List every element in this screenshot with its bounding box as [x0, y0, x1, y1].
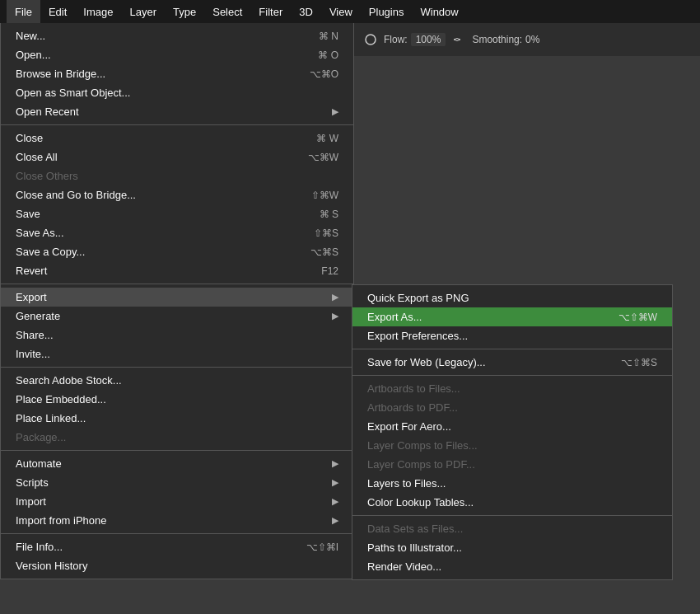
svg-point-0 [366, 35, 376, 45]
menu-item-automate[interactable]: Automate ▶ [1, 454, 353, 473]
menu-item-browse-bridge[interactable]: Browse in Bridge... ⌥⌘O [1, 64, 353, 83]
submenu-item-layers-files[interactable]: Layers to Files... [352, 474, 672, 493]
toolbar-flow: Flow: 100% [384, 33, 446, 46]
menu-item-import-iphone-label: Import from iPhone [16, 514, 107, 527]
menu-item-new-shortcut: ⌘ N [319, 30, 338, 42]
menu-item-version-history[interactable]: Version History [1, 556, 353, 575]
submenu-item-save-web[interactable]: Save for Web (Legacy)... ⌥⇧⌘S [352, 353, 672, 372]
submenu-item-artboards-files: Artboards to Files... [352, 379, 672, 398]
menu-item-save-as-label: Save As... [16, 227, 64, 239]
menu-item-open-smart[interactable]: Open as Smart Object... [1, 83, 353, 102]
menubar-item-edit[interactable]: Edit [40, 0, 75, 23]
submenu-item-data-sets: Data Sets as Files... [352, 519, 672, 538]
menu-item-close-others: Close Others [1, 166, 353, 185]
menu-item-new[interactable]: New... ⌘ N [1, 26, 353, 45]
import-arrow-icon: ▶ [332, 496, 338, 507]
menubar-item-plugins[interactable]: Plugins [361, 0, 413, 23]
submenu-item-paths-illustrator-label: Paths to Illustrator... [367, 541, 462, 554]
menu-item-close-label: Close [16, 132, 43, 144]
menu-item-open[interactable]: Open... ⌘ O [1, 45, 353, 64]
menu-item-place-linked[interactable]: Place Linked... [1, 409, 353, 428]
menubar-item-filter[interactable]: Filter [250, 0, 291, 23]
menu-item-close-bridge-shortcut: ⇧⌘W [311, 190, 338, 201]
menubar-item-image[interactable]: Image [75, 0, 121, 23]
menu-item-save-copy-label: Save a Copy... [16, 246, 85, 258]
submenu-item-paths-illustrator[interactable]: Paths to Illustrator... [352, 538, 672, 557]
menu-item-automate-label: Automate [16, 457, 62, 470]
submenu-item-layer-comps-files-label: Layer Comps to Files... [367, 439, 478, 452]
smoothing-value: 0% [525, 34, 539, 45]
menu-item-save-label: Save [16, 208, 40, 220]
menu-item-search-stock[interactable]: Search Adobe Stock... [1, 371, 353, 390]
submenu-item-export-prefs[interactable]: Export Preferences... [352, 326, 672, 345]
menu-item-close-all[interactable]: Close All ⌥⌘W [1, 148, 353, 166]
menu-item-version-history-label: Version History [16, 560, 87, 572]
menu-item-open-shortcut: ⌘ O [318, 49, 338, 61]
menu-item-close-all-shortcut: ⌥⌘W [308, 152, 338, 163]
menubar-item-window[interactable]: Window [412, 0, 466, 23]
menu-item-export[interactable]: Export ▶ [1, 288, 353, 307]
flow-value[interactable]: 100% [411, 33, 446, 46]
menu-item-share-label: Share... [16, 329, 54, 341]
menu-item-browse-bridge-shortcut: ⌥⌘O [310, 68, 338, 80]
menu-item-revert[interactable]: Revert F12 [1, 261, 353, 280]
menu-item-save-as[interactable]: Save As... ⇧⌘S [1, 223, 353, 242]
menubar-item-3d[interactable]: 3D [291, 0, 321, 23]
menu-item-file-info[interactable]: File Info... ⌥⇧⌘I [1, 537, 353, 556]
menu-item-import-iphone[interactable]: Import from iPhone ▶ [1, 511, 353, 530]
toolbar-airbrush-icon [452, 33, 465, 46]
scripts-arrow-icon: ▶ [332, 477, 338, 488]
menu-item-place-embedded[interactable]: Place Embedded... [1, 390, 353, 409]
menu-item-close-bridge[interactable]: Close and Go to Bridge... ⇧⌘W [1, 185, 353, 204]
separator-4 [1, 450, 353, 451]
menu-item-scripts-label: Scripts [16, 476, 49, 489]
menubar-item-select[interactable]: Select [204, 0, 250, 23]
menu-item-scripts[interactable]: Scripts ▶ [1, 473, 353, 492]
menu-item-generate[interactable]: Generate ▶ [1, 307, 353, 326]
menu-item-generate-label: Generate [16, 310, 60, 322]
submenu-item-quick-export[interactable]: Quick Export as PNG [352, 288, 672, 307]
submenu-separator-1 [352, 349, 672, 349]
submenu-item-export-aero[interactable]: Export For Aero... [352, 417, 672, 436]
submenu-item-export-as[interactable]: Export As... ⌥⇧⌘W [352, 307, 672, 326]
submenu-item-export-as-shortcut: ⌥⇧⌘W [618, 312, 657, 323]
menu-item-invite[interactable]: Invite... [1, 344, 353, 363]
menu-item-close[interactable]: Close ⌘ W [1, 129, 353, 148]
menu-item-save[interactable]: Save ⌘ S [1, 204, 353, 223]
menu-item-open-smart-label: Open as Smart Object... [16, 87, 130, 99]
automate-arrow-icon: ▶ [332, 458, 338, 469]
export-arrow-icon: ▶ [332, 292, 338, 302]
menu-item-open-recent[interactable]: Open Recent ▶ [1, 102, 353, 121]
submenu-item-render-video[interactable]: Render Video... [352, 557, 672, 576]
menu-item-package-label: Package... [16, 431, 66, 443]
menu-item-import[interactable]: Import ▶ [1, 492, 353, 511]
separator-1 [1, 124, 353, 125]
submenu-item-color-lookup[interactable]: Color Lookup Tables... [352, 493, 672, 512]
submenu-separator-3 [352, 515, 672, 516]
menu-item-import-label: Import [16, 495, 46, 508]
import-iphone-arrow-icon: ▶ [332, 515, 338, 526]
submenu-item-layers-files-label: Layers to Files... [367, 477, 446, 490]
menubar-item-type[interactable]: Type [165, 0, 204, 23]
toolbar-smoothing: Smoothing: 0% [472, 34, 539, 45]
export-submenu: Quick Export as PNG Export As... ⌥⇧⌘W Ex… [352, 284, 673, 580]
submenu-item-export-as-label: Export As... [367, 311, 422, 323]
menu-item-open-label: Open... [16, 49, 51, 61]
menubar-item-file[interactable]: File [7, 0, 40, 23]
menu-item-close-all-label: Close All [16, 151, 58, 163]
menubar-item-view[interactable]: View [321, 0, 361, 23]
menu-item-share[interactable]: Share... [1, 326, 353, 344]
submenu-item-save-web-label: Save for Web (Legacy)... [367, 356, 486, 368]
menu-item-save-copy[interactable]: Save a Copy... ⌥⌘S [1, 242, 353, 261]
menubar-item-layer[interactable]: Layer [122, 0, 166, 23]
flow-label: Flow: [384, 34, 408, 45]
menu-item-new-label: New... [16, 30, 45, 42]
menu-item-file-info-shortcut: ⌥⇧⌘I [306, 541, 338, 553]
menu-item-save-copy-shortcut: ⌥⌘S [310, 246, 338, 258]
menu-item-close-shortcut: ⌘ W [316, 133, 338, 144]
menu-item-place-linked-label: Place Linked... [16, 412, 86, 424]
menu-item-place-embedded-label: Place Embedded... [16, 393, 106, 405]
smoothing-label: Smoothing: [472, 34, 522, 45]
submenu-item-layer-comps-pdf: Layer Comps to PDF... [352, 455, 672, 474]
menu-item-revert-shortcut: F12 [321, 265, 338, 277]
